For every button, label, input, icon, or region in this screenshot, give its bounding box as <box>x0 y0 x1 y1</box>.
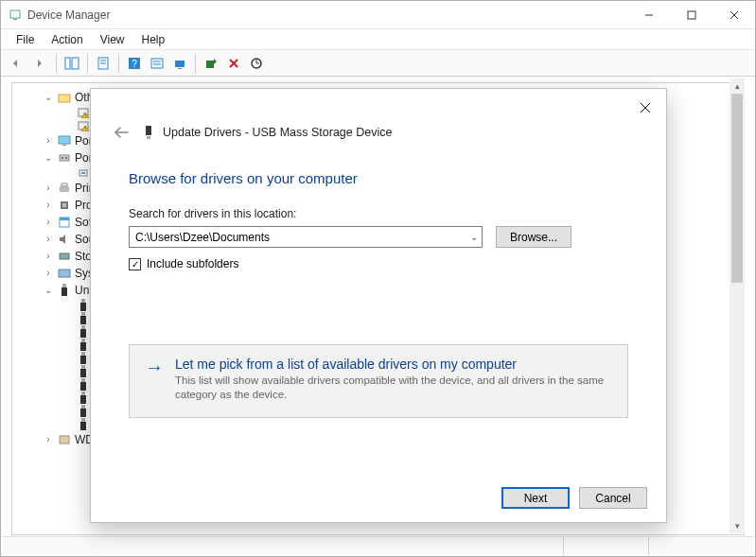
device-category-icon <box>77 378 90 392</box>
svg-rect-56 <box>81 378 85 382</box>
device-category-icon <box>77 312 90 325</box>
pick-from-list-link[interactable]: → Let me pick from a list of available d… <box>129 344 628 418</box>
search-location-value: C:\Users\Dzee\Documents <box>135 231 270 244</box>
update-drivers-wizard: Update Drivers - USB Mass Storage Device… <box>90 88 667 523</box>
scroll-down-icon[interactable]: ▾ <box>730 518 745 533</box>
svg-rect-47 <box>80 316 86 324</box>
device-category-icon <box>58 134 71 148</box>
browse-button[interactable]: Browse... <box>496 226 571 248</box>
chevron-down-icon[interactable]: ⌄ <box>43 282 54 299</box>
help-button[interactable]: ? <box>123 53 146 74</box>
maximize-button[interactable] <box>670 1 712 28</box>
svg-rect-49 <box>80 329 86 338</box>
device-category-icon <box>58 284 71 297</box>
device-category-icon <box>77 365 90 378</box>
svg-rect-28 <box>62 145 66 146</box>
wizard-close-button[interactable] <box>634 96 657 119</box>
svg-rect-3 <box>688 11 695 19</box>
scrollbar-thumb[interactable] <box>731 94 743 283</box>
menu-view[interactable]: View <box>93 31 132 48</box>
svg-rect-52 <box>81 352 85 356</box>
svg-rect-29 <box>60 155 69 161</box>
menubar: File Action View Help <box>1 29 755 50</box>
device-category-icon <box>77 339 90 352</box>
svg-rect-55 <box>80 369 86 377</box>
forward-button[interactable] <box>29 53 52 74</box>
svg-rect-57 <box>80 382 86 391</box>
close-button[interactable] <box>712 1 755 28</box>
svg-rect-46 <box>81 312 85 316</box>
menu-help[interactable]: Help <box>134 31 173 48</box>
scan-hardware-button[interactable] <box>245 53 268 74</box>
svg-text:?: ? <box>132 59 137 69</box>
app-icon <box>9 9 22 22</box>
update-driver-button[interactable] <box>168 53 191 74</box>
cancel-button[interactable]: Cancel <box>579 487 647 509</box>
device-category-icon <box>77 299 90 312</box>
device-category-icon <box>58 216 71 229</box>
svg-rect-18 <box>206 61 214 68</box>
next-button[interactable]: Next <box>501 487 570 509</box>
svg-rect-22 <box>59 95 70 102</box>
svg-rect-42 <box>62 284 66 287</box>
device-category-icon: ! <box>77 106 90 119</box>
device-category-icon <box>58 182 71 195</box>
include-subfolders-checkbox[interactable]: ✓ <box>129 258 141 270</box>
show-hide-tree-button[interactable] <box>61 53 83 74</box>
menu-file[interactable]: File <box>9 31 42 48</box>
svg-rect-34 <box>60 186 69 192</box>
pick-from-list-desc: This list will show available drivers co… <box>175 374 612 402</box>
svg-rect-27 <box>59 136 70 144</box>
chevron-right-icon[interactable]: › <box>43 197 54 214</box>
svg-rect-50 <box>81 339 85 342</box>
chevron-right-icon[interactable]: › <box>43 214 54 231</box>
chevron-right-icon[interactable]: › <box>43 265 54 282</box>
svg-rect-58 <box>81 392 85 395</box>
svg-rect-62 <box>81 418 85 422</box>
device-category-icon <box>58 433 71 446</box>
vertical-scrollbar[interactable]: ▴ ▾ <box>730 78 745 533</box>
svg-rect-68 <box>147 136 150 139</box>
minimize-button[interactable] <box>627 1 670 28</box>
svg-rect-40 <box>60 253 69 259</box>
menu-action[interactable]: Action <box>44 31 90 48</box>
device-category-icon <box>77 166 90 180</box>
properties-button[interactable] <box>92 53 114 74</box>
scroll-up-icon[interactable]: ▴ <box>730 78 745 94</box>
device-icon <box>142 125 155 140</box>
svg-point-31 <box>65 157 67 159</box>
device-category-icon <box>77 352 90 365</box>
svg-rect-6 <box>65 58 70 69</box>
svg-rect-35 <box>62 183 67 186</box>
svg-rect-41 <box>59 270 70 277</box>
svg-rect-44 <box>81 299 85 303</box>
wizard-back-button[interactable] <box>110 121 132 144</box>
wizard-heading: Browse for drivers on your computer <box>129 170 628 186</box>
svg-rect-60 <box>81 405 85 409</box>
svg-rect-16 <box>175 61 185 67</box>
device-category-icon <box>77 405 90 418</box>
chevron-down-icon[interactable]: ⌄ <box>43 89 54 106</box>
chevron-right-icon[interactable]: › <box>43 132 54 149</box>
svg-rect-17 <box>178 68 182 69</box>
uninstall-device-button[interactable] <box>222 53 245 74</box>
device-category-icon <box>58 199 71 212</box>
svg-rect-1 <box>13 19 17 20</box>
back-button[interactable] <box>7 53 29 74</box>
chevron-right-icon[interactable]: › <box>43 431 54 448</box>
device-category-icon <box>58 267 71 280</box>
svg-rect-48 <box>81 325 85 329</box>
search-location-combobox[interactable]: C:\Users\Dzee\Documents ⌄ <box>129 226 483 248</box>
device-category-icon <box>58 250 71 263</box>
chevron-right-icon[interactable]: › <box>43 180 54 197</box>
device-category-icon <box>77 418 90 431</box>
enable-device-button[interactable] <box>200 53 222 74</box>
chevron-right-icon[interactable]: › <box>43 231 54 248</box>
action-list-button[interactable] <box>146 53 168 74</box>
device-manager-window: Device Manager File Action View Help ? ⌄… <box>0 0 756 557</box>
device-category-icon <box>58 233 71 246</box>
chevron-down-icon[interactable]: ⌄ <box>43 149 54 166</box>
chevron-right-icon[interactable]: › <box>43 248 54 265</box>
svg-rect-13 <box>151 59 163 68</box>
svg-rect-53 <box>80 356 86 364</box>
